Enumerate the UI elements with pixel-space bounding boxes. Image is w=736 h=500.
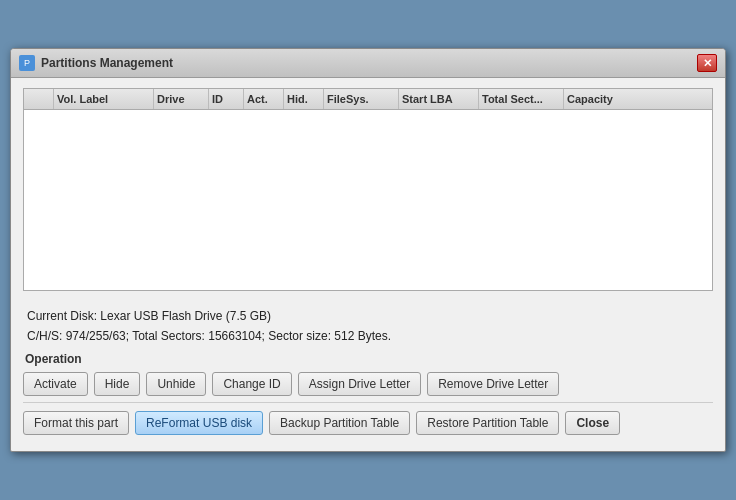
operation-row1: Activate Hide Unhide Change ID Assign Dr… <box>23 372 713 396</box>
col-vollabel: Vol. Label <box>54 89 154 109</box>
unhide-button[interactable]: Unhide <box>146 372 206 396</box>
partition-table-container: Vol. Label Drive ID Act. Hid. FileSys. S… <box>23 88 713 291</box>
backup-partition-table-button[interactable]: Backup Partition Table <box>269 411 410 435</box>
reformat-usb-disk-button[interactable]: ReFormat USB disk <box>135 411 263 435</box>
disk-label: Current Disk: <box>27 309 97 323</box>
disk-info-line2: C/H/S: 974/255/63; Total Sectors: 156631… <box>27 327 709 346</box>
title-bar: P Partitions Management ✕ <box>11 49 725 78</box>
window-title: Partitions Management <box>41 56 173 70</box>
col-hid: Hid. <box>284 89 324 109</box>
col-startlba: Start LBA <box>399 89 479 109</box>
title-bar-left: P Partitions Management <box>19 55 173 71</box>
operation-section: Operation Activate Hide Unhide Change ID… <box>23 352 713 435</box>
change-id-button[interactable]: Change ID <box>212 372 291 396</box>
table-header: Vol. Label Drive ID Act. Hid. FileSys. S… <box>24 89 712 110</box>
assign-drive-letter-button[interactable]: Assign Drive Letter <box>298 372 421 396</box>
col-num <box>24 89 54 109</box>
table-body <box>24 110 712 290</box>
format-this-part-button[interactable]: Format this part <box>23 411 129 435</box>
restore-partition-table-button[interactable]: Restore Partition Table <box>416 411 559 435</box>
col-act: Act. <box>244 89 284 109</box>
disk-info-section: Current Disk: Lexar USB Flash Drive (7.5… <box>23 299 713 351</box>
operation-label: Operation <box>23 352 713 366</box>
col-drive: Drive <box>154 89 209 109</box>
partitions-management-window: P Partitions Management ✕ Vol. Label Dri… <box>10 48 726 451</box>
col-id: ID <box>209 89 244 109</box>
hide-button[interactable]: Hide <box>94 372 141 396</box>
window-content: Vol. Label Drive ID Act. Hid. FileSys. S… <box>11 78 725 450</box>
window-close-button[interactable]: ✕ <box>697 54 717 72</box>
remove-drive-letter-button[interactable]: Remove Drive Letter <box>427 372 559 396</box>
disk-info-line1: Current Disk: Lexar USB Flash Drive (7.5… <box>27 307 709 326</box>
activate-button[interactable]: Activate <box>23 372 88 396</box>
close-button[interactable]: Close <box>565 411 620 435</box>
col-totalsect: Total Sect... <box>479 89 564 109</box>
window-icon: P <box>19 55 35 71</box>
disk-name: Lexar USB Flash Drive (7.5 GB) <box>100 309 271 323</box>
operation-row2: Format this part ReFormat USB disk Backu… <box>23 402 713 435</box>
col-filesys: FileSys. <box>324 89 399 109</box>
col-capacity: Capacity <box>564 89 639 109</box>
